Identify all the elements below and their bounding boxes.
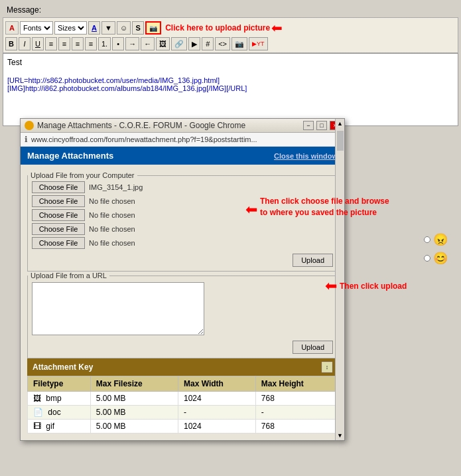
att-height-cell: 768 — [255, 420, 337, 434]
upload-url-legend: Upload File from a URL — [28, 272, 109, 279]
filetype-icon: 🎞 — [33, 422, 41, 431]
code-button[interactable]: <> — [215, 37, 230, 50]
emoji-radio-2[interactable] — [424, 255, 430, 262]
attachment-key-title: Attachment Key — [33, 362, 93, 372]
indent-button[interactable]: → — [125, 37, 139, 50]
align-left-button[interactable]: ≡ — [45, 37, 57, 50]
upload-btn-arrow-icon: ⬅ — [325, 278, 337, 295]
chrome-icon — [25, 121, 34, 130]
upload-annotation: Click here to upload picture — [165, 23, 270, 33]
att-type-cell: 🖼 bmp — [28, 392, 91, 406]
choose-file-btn-4[interactable]: Choose File — [32, 223, 85, 235]
upload-from-url-section: Upload File from a URL Upload — [27, 272, 338, 358]
ul-button[interactable]: • — [112, 37, 124, 50]
filetype-icon: 🖼 — [33, 394, 41, 403]
insert-media-button[interactable]: ▶ — [188, 37, 200, 50]
browser-window: Manage Attachments - C.O.R.E. FORUM - Go… — [20, 118, 345, 441]
file-name-3: No file chosen — [89, 211, 135, 219]
filetype-icon: 📄 — [33, 408, 43, 417]
insert-link-button[interactable]: 🔗 — [171, 37, 187, 50]
align-justify-button[interactable]: ≡ — [85, 37, 97, 50]
restore-button[interactable]: □ — [316, 121, 327, 130]
upload-btn-annotation-text: Then click upload — [340, 281, 407, 291]
choose-file-btn-2[interactable]: Choose File — [32, 195, 85, 207]
align-right-button[interactable]: ≡ — [72, 37, 84, 50]
file-name-4: No file chosen — [89, 225, 135, 233]
upload-from-url-button[interactable]: Upload — [293, 341, 333, 354]
font-icon: A — [5, 21, 19, 35]
choose-file-annotation: ⬅ Then click choose file and browse to w… — [245, 196, 393, 218]
image-button2[interactable]: 📷 — [231, 37, 247, 50]
scroll-thumb[interactable] — [337, 131, 344, 151]
choose-file-btn-1[interactable]: Choose File — [32, 181, 85, 193]
editor-line1: Test — [7, 58, 454, 67]
file-row-1: Choose File IMG_3154_1.jpg — [32, 181, 333, 193]
filetype-name: gif — [46, 422, 54, 431]
message-editor[interactable]: Test [URL=http://s862.photobucket.com/us… — [3, 53, 458, 126]
att-type-cell: 📄 doc — [28, 406, 91, 420]
filetype-name: doc — [48, 408, 60, 417]
attachment-key-icon: ↕ — [322, 362, 332, 372]
youtube-button[interactable]: ▶YT — [249, 37, 268, 50]
scroll-up-arrow[interactable]: ▲ — [336, 119, 344, 128]
file-row-5: Choose File No file chosen — [32, 237, 333, 249]
fonts-select[interactable]: Fonts — [20, 21, 53, 35]
choose-file-annotation-text: Then click choose file and browse to whe… — [260, 196, 393, 218]
upload-from-computer-section: Upload File from your Computer Choose Fi… — [27, 171, 338, 272]
editor-line4: [IMG]http://i862.photobucket.com/albums/… — [7, 84, 454, 92]
choose-file-btn-3[interactable]: Choose File — [32, 209, 85, 221]
editor-line3: [URL=http://s862.photobucket.com/user/me… — [7, 76, 454, 84]
upload-computer-legend: Upload File from your Computer — [28, 171, 137, 179]
italic-button[interactable]: I — [19, 37, 31, 50]
smiley-button[interactable]: ☺ — [117, 21, 131, 35]
att-size-cell: 5.00 MB — [90, 392, 178, 406]
upload-picture-button[interactable]: 📷 — [145, 21, 161, 35]
attachment-key-header: Attachment Key ↕ — [27, 358, 338, 376]
info-icon: ℹ — [25, 135, 28, 144]
bold-button[interactable]: B — [5, 37, 17, 50]
minimize-button[interactable]: − — [303, 121, 314, 130]
font-size-button[interactable]: S — [132, 21, 144, 35]
ol-button[interactable]: 1. — [98, 37, 111, 50]
scroll-down-arrow[interactable]: ▼ — [336, 431, 344, 440]
emoji-smile: 😊 — [433, 251, 448, 266]
col-filetype: Filetype — [28, 376, 91, 392]
upload-from-computer-button[interactable]: Upload — [293, 254, 333, 267]
choose-file-btn-5[interactable]: Choose File — [32, 237, 85, 249]
att-height-cell: 768 — [255, 392, 337, 406]
manage-attachments-title: Manage Attachments — [27, 151, 113, 161]
underline-button[interactable]: U — [32, 37, 44, 50]
choose-file-arrow-icon: ⬅ — [245, 201, 257, 218]
address-text: www.cincyoffroad.com/forum/newattachment… — [31, 135, 257, 143]
att-key-row: 🎞 gif 5.00 MB 1024 768 — [28, 420, 338, 434]
upload-arrow-icon: ⬅ — [271, 20, 283, 36]
emoji-panel: 😠 😊 — [424, 232, 448, 266]
att-width-cell: - — [178, 406, 256, 420]
att-height-cell: - — [255, 406, 337, 420]
close-window-link[interactable]: Close this window — [274, 152, 338, 160]
hashtag-button[interactable]: # — [202, 37, 214, 50]
file-name-2: No file chosen — [89, 197, 135, 205]
url-textarea[interactable] — [32, 282, 204, 335]
align-center-button[interactable]: ≡ — [58, 37, 70, 50]
att-key-row: 📄 doc 5.00 MB - - — [28, 406, 338, 420]
emoji-row-2: 😊 — [424, 251, 448, 266]
sizes-select[interactable]: Sizes — [54, 21, 87, 35]
browser-titlebar: Manage Attachments - C.O.R.E. FORUM - Go… — [21, 119, 344, 133]
file-name-1: IMG_3154_1.jpg — [89, 183, 143, 191]
message-label: Message: — [3, 3, 458, 17]
color-button[interactable]: A — [88, 21, 100, 35]
filetype-name: bmp — [46, 394, 61, 403]
outdent-button[interactable]: ← — [141, 37, 155, 50]
upload-btn-annotation: ⬅ Then click upload — [325, 278, 407, 295]
att-size-cell: 5.00 MB — [90, 406, 178, 420]
att-type-cell: 🎞 gif — [28, 420, 91, 434]
emoji-radio-1[interactable] — [424, 236, 430, 243]
color-dropdown-btn[interactable]: ▼ — [101, 21, 115, 35]
attachment-key-table: Filetype Max Filesize Max Width Max Heig… — [27, 376, 338, 434]
browser-title-text: Manage Attachments - C.O.R.E. FORUM - Go… — [37, 121, 245, 130]
attachment-key-section: Attachment Key ↕ Filetype Max Filesize M… — [27, 358, 338, 434]
file-name-5: No file chosen — [89, 239, 135, 247]
emoji-row-1: 😠 — [424, 232, 448, 247]
insert-image-button[interactable]: 🖼 — [156, 37, 170, 50]
